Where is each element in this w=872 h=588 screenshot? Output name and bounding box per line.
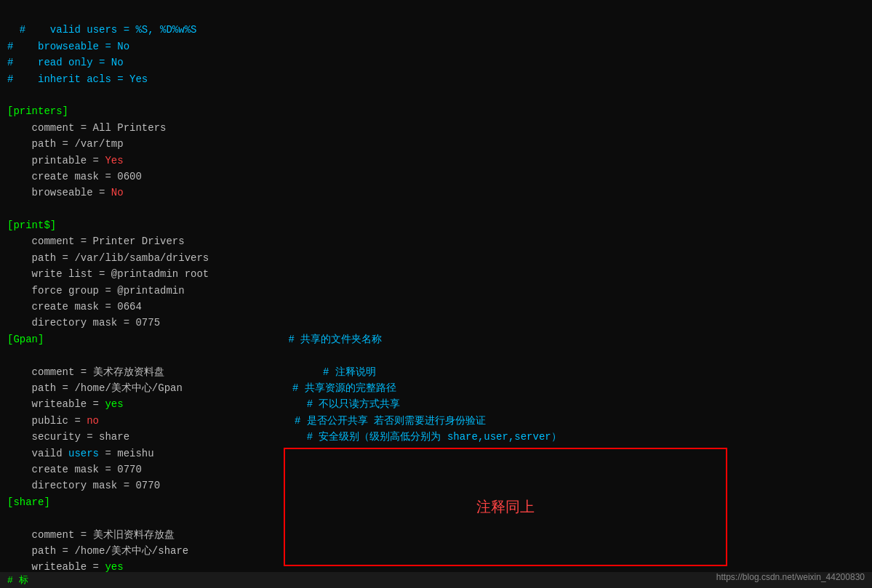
key-comment-2: comment = Printer Drivers (7, 235, 185, 247)
line-1: valid users = %S, %D%w%S (25, 24, 196, 36)
key-writeable-gpan: writeable = yes (7, 398, 124, 410)
comment-gpan: # 共享的文件夹名称 (288, 334, 382, 345)
section-gpan: [Gpan] (7, 334, 44, 345)
key-path-2: path = /var/lib/samba/drivers (7, 252, 209, 264)
key-path-share: path = /home/美术中心/share (7, 545, 188, 557)
key-forcegroup: force group = @printadmin (7, 285, 185, 297)
key-printable: printable = Yes (7, 155, 124, 166)
line-2: browseable = No (13, 41, 129, 52)
line-4: inherit acls = Yes (13, 73, 148, 85)
key-comment-share: comment = 美术旧资料存放盘 (7, 529, 175, 541)
key-writelist: write list = @printadmin root (7, 268, 209, 280)
key-public-gpan: public = no (7, 415, 99, 427)
comment-writeable: # 不以只读方式共享 (307, 398, 401, 410)
hash-1: # (20, 24, 25, 36)
comment-public: # 是否公开共享 若否则需要进行身份验证 (295, 415, 486, 427)
section-printers: [printers] (7, 105, 68, 117)
annotation-text: 注释同上 (476, 497, 535, 517)
key-vaild-gpan: vaild users = meishu (7, 448, 154, 459)
key-path-1: path = /var/tmp (7, 138, 124, 150)
line-3: read only = No (13, 57, 123, 68)
key-dirmask-gpan: directory mask = 0770 (7, 480, 160, 491)
watermark: https://blog.csdn.net/weixin_44200830 (716, 572, 865, 582)
key-dirmask-1: directory mask = 0775 (7, 317, 160, 329)
key-comment-1: comment = All Printers (7, 122, 166, 134)
comment-path: # 共享资源的完整路径 (292, 382, 396, 394)
key-browseable-1: browseable = No (7, 187, 124, 198)
key-createmask-1: create mask = 0600 (7, 171, 142, 182)
section-prints: [print$] (7, 220, 56, 231)
bottom-status: # 标 (7, 573, 28, 587)
key-security-gpan: security = share (7, 431, 129, 443)
comment-desc: # 注释说明 (323, 366, 376, 378)
key-writeable-share: writeable = yes (7, 561, 124, 573)
key-createmask-gpan: create mask = 0770 (7, 464, 142, 475)
key-comment-gpan: comment = 美术存放资料盘 (7, 366, 164, 378)
annotation-box: 注释同上 (284, 448, 727, 566)
key-createmask-2: create mask = 0664 (7, 301, 142, 313)
section-share: [share] (7, 496, 50, 508)
key-path-gpan: path = /home/美术中心/Gpan (7, 382, 183, 394)
comment-security: # 安全级别（级别高低分别为 share,user,server） (307, 431, 561, 443)
